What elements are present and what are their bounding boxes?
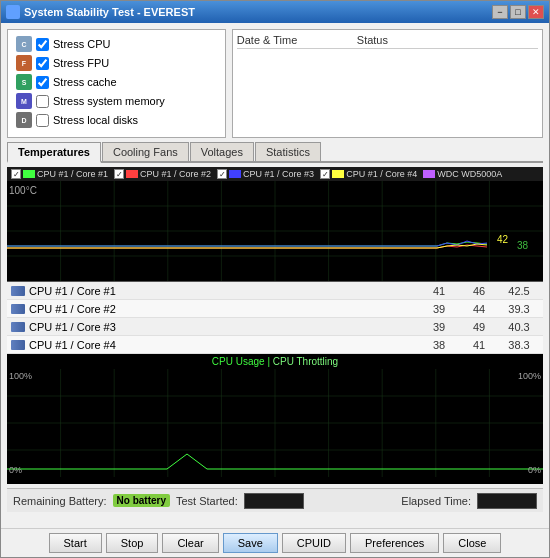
temp-y-axis-top: 100°C (9, 185, 37, 196)
cpu-row-4-name: CPU #1 / Core #4 (29, 339, 419, 351)
stress-disk-item: D Stress local disks (16, 112, 217, 128)
status-header: Date & Time Status (237, 34, 538, 49)
close-button[interactable]: Close (443, 533, 501, 553)
legend-label-5: WDC WD5000A (437, 169, 502, 179)
legend-bar: ✓ CPU #1 / Core #1 ✓ CPU #1 / Core #2 ✓ … (7, 167, 543, 181)
footer-buttons: Start Stop Clear Save CPUID Preferences … (1, 528, 549, 557)
legend-check-1[interactable]: ✓ (11, 169, 21, 179)
cpuid-button[interactable]: CPUID (282, 533, 346, 553)
preferences-button[interactable]: Preferences (350, 533, 439, 553)
usage-chart-svg (7, 369, 543, 477)
legend-check-4[interactable]: ✓ (320, 169, 330, 179)
stress-disk-checkbox[interactable] (36, 114, 49, 127)
stress-cache-item: S Stress cache (16, 74, 217, 90)
cpu-chip-icon-3 (11, 322, 25, 332)
fpu-icon: F (16, 55, 32, 71)
cpu-row-1-name: CPU #1 / Core #1 (29, 285, 419, 297)
tab-bar: Temperatures Cooling Fans Voltages Stati… (7, 142, 543, 163)
cpu-row-4: CPU #1 / Core #4 38 41 38.3 (7, 336, 543, 354)
stress-cache-checkbox[interactable] (36, 76, 49, 89)
battery-value: No battery (113, 494, 170, 507)
stress-disk-label: Stress local disks (53, 114, 138, 126)
cpu-row-3: CPU #1 / Core #3 39 49 40.3 (7, 318, 543, 336)
tab-voltages[interactable]: Voltages (190, 142, 254, 161)
clear-button[interactable]: Clear (162, 533, 218, 553)
usage-top-left-pct: 100% (9, 371, 32, 381)
cpu-row-4-v2: 41 (459, 339, 499, 351)
cpu-usage-label: CPU Usage (212, 356, 265, 367)
legend-check-2[interactable]: ✓ (114, 169, 124, 179)
cpu-row-3-v1: 39 (419, 321, 459, 333)
cpu-chip-icon-1 (11, 286, 25, 296)
title-bar: System Stability Test - EVEREST − □ ✕ (1, 1, 549, 23)
legend-label-2: CPU #1 / Core #2 (140, 169, 211, 179)
legend-color-5 (423, 170, 435, 178)
cpu-row-3-v3: 40.3 (499, 321, 539, 333)
minimize-button[interactable]: − (492, 5, 508, 19)
stress-cpu-checkbox[interactable] (36, 38, 49, 51)
svg-text:38: 38 (517, 240, 529, 251)
cpu-chip-icon-4 (11, 340, 25, 350)
stress-fpu-checkbox[interactable] (36, 57, 49, 70)
date-time-header: Date & Time (237, 34, 357, 46)
cpu-row-3-name: CPU #1 / Core #3 (29, 321, 419, 333)
cache-icon: S (16, 74, 32, 90)
cpu-row-2-v2: 44 (459, 303, 499, 315)
stress-memory-checkbox[interactable] (36, 95, 49, 108)
usage-bottom-left-pct: 0% (9, 465, 22, 475)
cpu-row-1-v3: 42.5 (499, 285, 539, 297)
legend-label-4: CPU #1 / Core #4 (346, 169, 417, 179)
memory-icon: M (16, 93, 32, 109)
legend-item-5: WDC WD5000A (423, 169, 502, 179)
status-bar: Remaining Battery: No battery Test Start… (7, 488, 543, 512)
legend-item-1: ✓ CPU #1 / Core #1 (11, 169, 108, 179)
cpu-icon: C (16, 36, 32, 52)
tabs-section: Temperatures Cooling Fans Voltages Stati… (7, 142, 543, 163)
cpu-row-2-v1: 39 (419, 303, 459, 315)
legend-color-2 (126, 170, 138, 178)
close-window-button[interactable]: ✕ (528, 5, 544, 19)
app-icon (6, 5, 20, 19)
content-area: C Stress CPU F Stress FPU S Stress cache… (1, 23, 549, 528)
top-section: C Stress CPU F Stress FPU S Stress cache… (7, 29, 543, 138)
test-started-field (244, 493, 304, 509)
tab-statistics[interactable]: Statistics (255, 142, 321, 161)
disk-icon: D (16, 112, 32, 128)
legend-label-1: CPU #1 / Core #1 (37, 169, 108, 179)
stress-memory-label: Stress system memory (53, 95, 165, 107)
cpu-row-4-v3: 38.3 (499, 339, 539, 351)
title-bar-left: System Stability Test - EVEREST (6, 5, 195, 19)
maximize-button[interactable]: □ (510, 5, 526, 19)
stress-cpu-label: Stress CPU (53, 38, 110, 50)
main-window: System Stability Test - EVEREST − □ ✕ C … (0, 0, 550, 558)
usage-inner: 100% 0% 100% 0% (7, 369, 543, 477)
elapsed-time-field (477, 493, 537, 509)
temp-chart-svg: 42 38 (7, 181, 543, 281)
legend-item-3: ✓ CPU #1 / Core #3 (217, 169, 314, 179)
start-button[interactable]: Start (49, 533, 102, 553)
cpu-data-table: CPU #1 / Core #1 41 46 42.5 CPU #1 / Cor… (7, 281, 543, 354)
cpu-row-4-v1: 38 (419, 339, 459, 351)
svg-text:42: 42 (497, 234, 509, 245)
save-button[interactable]: Save (223, 533, 278, 553)
temp-chart: 42 38 100°C (7, 181, 543, 281)
stress-fpu-label: Stress FPU (53, 57, 109, 69)
title-bar-buttons: − □ ✕ (492, 5, 544, 19)
legend-color-4 (332, 170, 344, 178)
cpu-row-3-v2: 49 (459, 321, 499, 333)
stress-cpu-item: C Stress CPU (16, 36, 217, 52)
usage-graph: CPU Usage | CPU Throttling (7, 354, 543, 484)
tab-cooling-fans[interactable]: Cooling Fans (102, 142, 189, 161)
temperature-graph-area: ✓ CPU #1 / Core #1 ✓ CPU #1 / Core #2 ✓ … (7, 167, 543, 484)
tab-temperatures[interactable]: Temperatures (7, 142, 101, 163)
stop-button[interactable]: Stop (106, 533, 159, 553)
legend-color-1 (23, 170, 35, 178)
usage-bottom-right-pct: 0% (528, 465, 541, 475)
legend-label-3: CPU #1 / Core #3 (243, 169, 314, 179)
legend-color-3 (229, 170, 241, 178)
stress-fpu-item: F Stress FPU (16, 55, 217, 71)
elapsed-label: Elapsed Time: (401, 495, 471, 507)
cpu-row-2-v3: 39.3 (499, 303, 539, 315)
usage-top-right-pct: 100% (518, 371, 541, 381)
legend-check-3[interactable]: ✓ (217, 169, 227, 179)
